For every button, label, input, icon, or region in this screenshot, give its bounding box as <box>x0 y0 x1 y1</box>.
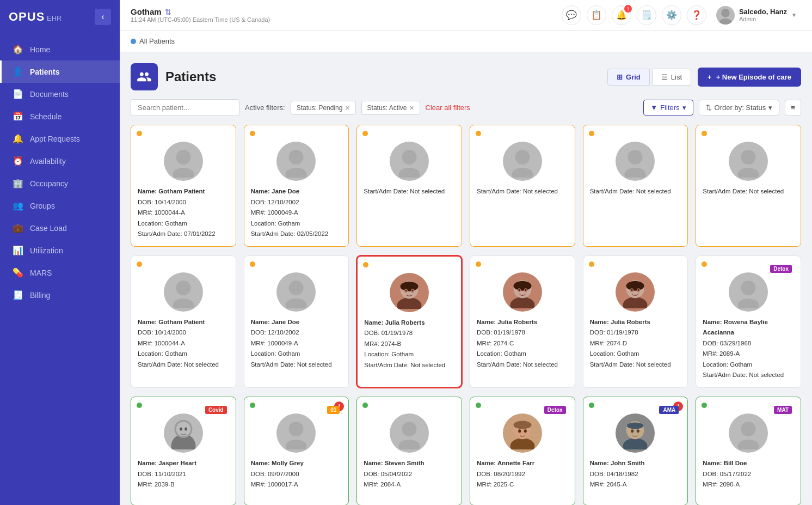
patient-info: Name: Bill Doe DOB: 05/17/2022 MR#: 2090… <box>703 458 794 490</box>
occupancy-icon: 🏢 <box>13 178 23 188</box>
subheader: All Patients <box>120 31 812 52</box>
patient-card[interactable]: Detox Name: Rowena Baylie Acacianna DOB:… <box>696 255 801 388</box>
tasks-button[interactable]: 🗒️ <box>637 5 656 25</box>
grid-view-button[interactable]: ⊞ Grid <box>607 69 650 86</box>
content-area: Patients ⊞ Grid ☰ List + + New Episode o… <box>120 52 812 505</box>
status-dot <box>589 261 594 267</box>
patient-dob: DOB: 10/14/2000 <box>138 197 229 208</box>
patient-avatar <box>616 142 655 181</box>
patient-card[interactable]: Name: Gotham Patient DOB: 10/14/2000 MR#… <box>131 255 236 388</box>
patient-card[interactable]: Start/Adm Date: Not selected <box>583 125 688 247</box>
sidebar-item-availability[interactable]: ⏰ Availability <box>0 150 120 172</box>
patient-card-selected[interactable]: Name: Julia Roberts DOB: 01/19/1978 MR#:… <box>356 255 462 388</box>
patient-start-date: Start/Adm Date: Not selected <box>703 370 794 381</box>
sidebar-item-groups[interactable]: 👥 Groups <box>0 194 120 217</box>
patient-card[interactable]: Name: Gotham Patient DOB: 10/14/2000 MR#… <box>131 125 236 247</box>
status-dot <box>137 403 142 408</box>
patient-location: Location: Gotham <box>364 349 454 360</box>
svg-point-30 <box>518 289 520 291</box>
sort-button[interactable]: ≡ <box>785 100 801 115</box>
svg-point-1 <box>719 18 732 24</box>
sidebar: OPUS EHR ‹ 🏠 Home 👤 Patients 📄 Documents… <box>0 0 120 505</box>
location-chevron-icon[interactable]: ⇅ <box>165 8 171 16</box>
patient-dob: DOB: 01/19/1978 <box>590 327 681 338</box>
status-dot <box>362 403 368 408</box>
sidebar-item-caseload[interactable]: 💼 Case Load <box>0 217 120 239</box>
patient-card[interactable]: 01 ! Name: Molly Grey DOB: 09/07/2000 MR… <box>244 397 349 505</box>
svg-point-11 <box>625 168 646 178</box>
messages-button[interactable]: 💬 <box>562 5 581 25</box>
new-episode-button[interactable]: + + New Episode of care <box>698 68 801 87</box>
patient-avatar <box>276 272 316 312</box>
patient-name: Name: Steven Smith <box>364 458 455 469</box>
patient-name: Name: Julia Roberts <box>477 317 568 328</box>
help-button[interactable]: ❓ <box>687 5 706 25</box>
sidebar-item-mars[interactable]: 💊 MARS <box>0 261 120 284</box>
sidebar-item-appt-requests[interactable]: 🔔 Appt Requests <box>0 127 120 150</box>
svg-point-13 <box>738 168 759 178</box>
patient-card[interactable]: Detox Name: Annette Farr DOB: 08/20/1992 <box>470 397 575 505</box>
remove-filter-pending[interactable]: × <box>345 104 349 112</box>
sidebar-item-home[interactable]: 🏠 Home <box>0 38 120 60</box>
patient-mr: MR#: 1000017-A <box>251 479 342 490</box>
svg-point-6 <box>402 150 417 165</box>
all-patients-tab[interactable]: All Patients <box>131 37 175 45</box>
patient-card[interactable]: Start/Adm Date: Not selected <box>470 125 575 247</box>
patient-card[interactable]: Covid Name: Jasper Heart DOB: 11/10/2021 <box>131 397 236 505</box>
filter-chip-active: Status: Active × <box>361 101 420 115</box>
sidebar-item-patients[interactable]: 👤 Patients <box>0 60 120 83</box>
list-view-button[interactable]: ☰ List <box>652 69 691 86</box>
patient-start-date: Start/Adm Date: Not selected <box>703 186 794 197</box>
clipboard-button[interactable]: 📋 <box>587 5 606 25</box>
patient-card[interactable]: Start/Adm Date: Not selected <box>696 125 801 247</box>
patient-card[interactable]: Name: Julia Roberts DOB: 01/19/1978 MR#:… <box>470 255 575 388</box>
gear-icon: ⚙️ <box>666 10 677 20</box>
settings-button[interactable]: ⚙️ <box>662 5 681 25</box>
patient-name: Name: Gotham Patient <box>138 186 229 197</box>
order-button[interactable]: ⇅ Order by: Status ▾ <box>699 100 780 115</box>
patient-card[interactable]: Name: Julia Roberts DOB: 01/19/1978 MR#:… <box>583 255 688 388</box>
patient-mr: MR#: 2025-C <box>477 479 568 490</box>
patient-mr: MR#: 2084-A <box>364 479 455 490</box>
clear-filters-button[interactable]: Clear all filters <box>426 104 470 112</box>
search-input[interactable] <box>131 99 239 116</box>
status-dot <box>702 131 707 136</box>
filter-icon: ▼ <box>650 104 657 112</box>
svg-point-38 <box>638 289 639 291</box>
patient-start-date: Start/Adm Date: Not selected <box>364 360 454 371</box>
svg-point-47 <box>286 440 307 449</box>
patient-card[interactable]: Name: Jane Doe DOB: 12/10/2002 MR#: 1000… <box>244 125 349 247</box>
remove-filter-active[interactable]: × <box>409 104 414 112</box>
patient-card[interactable]: MAT Name: Bill Doe DOB: 05/17/2022 MR#: … <box>696 397 801 505</box>
patient-avatar <box>164 272 203 312</box>
filter-chip-label: Status: Active <box>367 104 407 112</box>
back-button[interactable]: ‹ <box>95 9 111 25</box>
sidebar-item-schedule[interactable]: 📅 Schedule <box>0 105 120 127</box>
svg-point-31 <box>525 289 526 291</box>
svg-point-18 <box>397 297 422 309</box>
filters-button[interactable]: ▼ Filters ▾ <box>643 100 693 115</box>
svg-point-54 <box>524 429 526 433</box>
sidebar-item-occupancy[interactable]: 🏢 Occupancy <box>0 172 120 194</box>
user-menu[interactable]: Salcedo, Hanz Admin ▼ <box>712 4 801 27</box>
notifications-button[interactable]: 🔔 1 <box>612 5 631 25</box>
patient-card[interactable]: LTSS MD AMA ! Name: John <box>583 397 688 505</box>
status-dot <box>476 131 481 136</box>
patient-dob: DOB: 05/04/2022 <box>364 469 455 480</box>
patient-card[interactable]: Name: Jane Doe DOB: 12/10/2002 MR#: 1000… <box>244 255 349 388</box>
svg-point-3 <box>173 168 194 178</box>
sidebar-item-documents[interactable]: 📄 Documents <box>0 83 120 105</box>
detox-badge: Detox <box>770 265 792 273</box>
patient-mr: MR#: 1000044-A <box>138 208 229 218</box>
sidebar-item-utilization[interactable]: 📊 Utilization <box>0 239 120 261</box>
sidebar-item-label: Occupancy <box>30 179 68 188</box>
patient-mr: MR#: 2074-B <box>364 339 454 350</box>
patient-card[interactable]: Start/Adm Date: Not selected <box>356 125 462 247</box>
sidebar-item-billing[interactable]: 🧾 Billing <box>0 284 120 306</box>
svg-point-7 <box>399 168 420 178</box>
patient-name: Name: Jasper Heart <box>138 458 229 469</box>
svg-point-32 <box>623 297 648 308</box>
patient-card[interactable]: Name: Steven Smith DOB: 05/04/2022 MR#: … <box>356 397 462 505</box>
status-dot <box>250 403 255 408</box>
filters-bar: Active filters: Status: Pending × Status… <box>131 99 801 116</box>
